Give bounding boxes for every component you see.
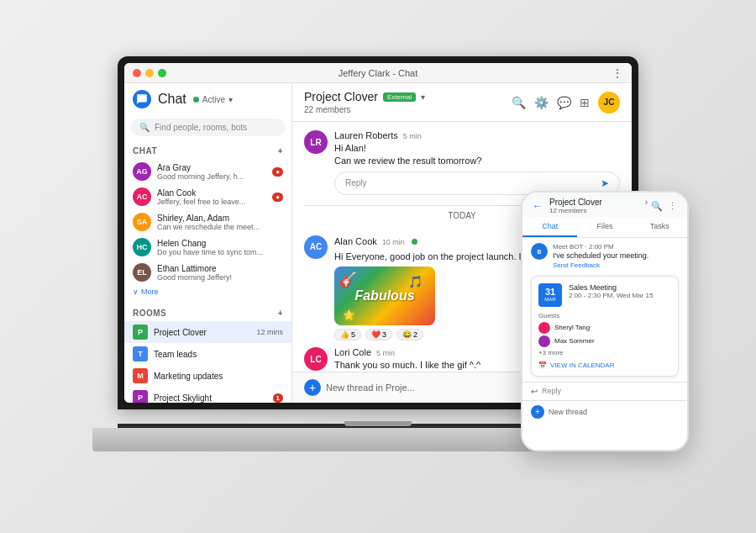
calendar-header: 31 MAR Sales Meeting 2:00 - 2:30 PM, Wed… bbox=[538, 283, 671, 307]
phone-new-thread-plus[interactable]: + bbox=[531, 405, 544, 419]
phone-bot-avatar: B bbox=[531, 243, 548, 260]
chat-item-preview-3: Do you have time to sync tom... bbox=[157, 248, 283, 256]
phone-new-thread-label: New thread bbox=[549, 408, 587, 416]
traffic-light-green[interactable] bbox=[158, 69, 166, 77]
guest-avatar-1 bbox=[538, 335, 550, 347]
guests-label: Guests bbox=[538, 312, 671, 319]
phone-tab-chat[interactable]: Chat bbox=[522, 217, 577, 237]
reaction-2[interactable]: 😂 2 bbox=[396, 329, 423, 340]
phone-tab-files[interactable]: Files bbox=[577, 217, 632, 237]
chat-more-link[interactable]: ∨ More bbox=[124, 285, 291, 298]
chat-icon-header[interactable]: 💬 bbox=[557, 96, 571, 109]
gif-image: 🎸 🎵 🌟 Fabulous bbox=[334, 266, 435, 325]
phone-more-icon[interactable]: ⋮ bbox=[668, 201, 677, 212]
chat-item-2[interactable]: SA Shirley, Alan, Adam Can we reschedule… bbox=[124, 209, 291, 235]
phone-statusbar: ← Project Clover › 12 members 🔍 ⋮ bbox=[522, 193, 687, 217]
chat-item-name-3: Helen Chang bbox=[157, 239, 283, 248]
online-status-1 bbox=[412, 239, 417, 245]
chat-app-title: Chat bbox=[158, 92, 186, 107]
phone-tab-tasks[interactable]: Tasks bbox=[633, 217, 687, 237]
chat-item-name-0: Ara Gray bbox=[157, 163, 266, 172]
reaction-1[interactable]: ❤️ 3 bbox=[365, 329, 392, 340]
guest-row-0: Sheryl Tang bbox=[538, 322, 671, 334]
phone-title-row: Project Clover › bbox=[549, 198, 648, 207]
unread-badge-1: ● bbox=[272, 193, 283, 202]
phone-tabs: Chat Files Tasks bbox=[522, 217, 687, 238]
phone-bot-content: Meet BOT · 2:00 PM I've scheduled your m… bbox=[553, 243, 648, 269]
search-icon: 🔍 bbox=[139, 123, 150, 132]
traffic-light-red[interactable] bbox=[133, 69, 141, 77]
guest-name-0: Sheryl Tang bbox=[554, 324, 590, 331]
status-badge[interactable]: Active ▾ bbox=[193, 95, 233, 104]
msg-text-0: Hi Alan!Can we review the result tomorro… bbox=[334, 142, 620, 168]
chat-item-0[interactable]: AG Ara Gray Good morning Jeffery, h... ● bbox=[124, 159, 291, 184]
phone-new-thread[interactable]: + New thread bbox=[522, 400, 687, 423]
phone-tab-files-label: Files bbox=[596, 222, 612, 230]
window-menu-dots[interactable]: ⋮ bbox=[612, 66, 623, 80]
phone-back-icon[interactable]: ← bbox=[533, 200, 543, 212]
cal-time: 2:00 - 2:30 PM, Wed Mar 15 bbox=[569, 292, 653, 299]
cal-month: MAR bbox=[544, 297, 555, 302]
search-placeholder: Find people, rooms, bots bbox=[155, 123, 247, 132]
phone-bot-msg: B Meet BOT · 2:00 PM I've scheduled your… bbox=[531, 243, 679, 269]
day-divider-text: TODAY bbox=[448, 211, 476, 220]
room-name-0: Project Clover bbox=[154, 328, 250, 337]
chat-item-content-1: Alan Cook Jeffery, feel free to leave... bbox=[157, 188, 266, 206]
search-icon-header[interactable]: 🔍 bbox=[512, 96, 526, 109]
chat-section-label: CHAT bbox=[133, 146, 157, 156]
grid-icon-header[interactable]: ⊞ bbox=[580, 96, 590, 109]
room-info: Project Clover External ▾ 22 members bbox=[304, 90, 425, 114]
rooms-add-btn[interactable]: + bbox=[278, 309, 283, 318]
view-cal-btn[interactable]: 📅 VIEW IN CALENDAR bbox=[538, 361, 671, 369]
msg-header-0: Lauren Roberts 5 min bbox=[334, 130, 620, 140]
new-thread-plus-btn[interactable]: + bbox=[304, 379, 321, 396]
chat-item-preview-0: Good morning Jeffery, h... bbox=[157, 172, 266, 181]
room-time-0: 12 mins bbox=[256, 328, 283, 336]
phone-room-arrow: › bbox=[645, 198, 648, 207]
msg-avatar-1: AC bbox=[304, 235, 328, 259]
phone-calendar-card: 31 MAR Sales Meeting 2:00 - 2:30 PM, Wed… bbox=[531, 276, 679, 377]
header-actions: 🔍 ⚙️ 💬 ⊞ JC bbox=[512, 92, 620, 113]
chat-more-label: More bbox=[141, 288, 159, 296]
calendar-date-box: 31 MAR bbox=[538, 283, 562, 307]
search-bar[interactable]: 🔍 Find people, rooms, bots bbox=[131, 119, 285, 136]
chat-add-btn[interactable]: + bbox=[278, 146, 283, 156]
chat-item-preview-2: Can we reschedule the meet... bbox=[157, 223, 283, 231]
room-item-1[interactable]: T Team leads bbox=[124, 343, 291, 365]
room-item-0[interactable]: P Project Clover 12 mins bbox=[124, 321, 291, 343]
chat-item-content-3: Helen Chang Do you have time to sync tom… bbox=[157, 239, 283, 256]
settings-icon-header[interactable]: ⚙️ bbox=[534, 96, 549, 109]
reaction-count-2: 2 bbox=[413, 330, 417, 339]
traffic-light-yellow[interactable] bbox=[145, 69, 154, 77]
calendar-icon: 📅 bbox=[538, 361, 547, 369]
chat-item-content-2: Shirley, Alan, Adam Can we reschedule th… bbox=[157, 214, 283, 231]
phone-room-info: Project Clover › 12 members bbox=[546, 198, 648, 214]
external-badge: External bbox=[383, 92, 416, 102]
chat-section: CHAT + AG Ara Gray Good morning Jeffery,… bbox=[124, 140, 291, 302]
phone: ← Project Clover › 12 members 🔍 ⋮ Chat F… bbox=[521, 191, 689, 451]
avatar-helen-chang: HC bbox=[133, 238, 151, 256]
chat-item-1[interactable]: AC Alan Cook Jeffery, feel free to leave… bbox=[124, 184, 291, 209]
chat-item-4[interactable]: EL Ethan Lattimore Good morning Jeffery! bbox=[124, 260, 291, 285]
user-avatar[interactable]: JC bbox=[598, 92, 620, 113]
guest-row-1: Max Sommer bbox=[538, 335, 671, 347]
rooms-section-header: ROOMS + bbox=[124, 305, 291, 321]
room-item-2[interactable]: M Marketing updates bbox=[124, 365, 291, 387]
phone-bot-link[interactable]: Send Feedback bbox=[553, 261, 648, 269]
phone-room-title: Project Clover bbox=[549, 198, 643, 207]
unread-badge-0: ● bbox=[272, 167, 283, 177]
msg-avatar-2: LC bbox=[304, 347, 328, 371]
members-count: 22 members bbox=[304, 105, 425, 114]
room-title-row: Project Clover External ▾ bbox=[304, 90, 425, 103]
phone-search-icon[interactable]: 🔍 bbox=[651, 201, 663, 212]
rooms-section-label: ROOMS bbox=[133, 309, 166, 318]
phone-reply-bar[interactable]: ↩ Reply bbox=[522, 382, 687, 400]
room-settings-arrow[interactable]: ▾ bbox=[421, 92, 425, 102]
msg-time-2: 5 min bbox=[376, 349, 395, 357]
chat-section-header: CHAT + bbox=[124, 143, 291, 159]
window-title: Jeffery Clark - Chat bbox=[339, 68, 418, 78]
chat-item-name-2: Shirley, Alan, Adam bbox=[157, 214, 283, 223]
chat-item-3[interactable]: HC Helen Chang Do you have time to sync … bbox=[124, 235, 291, 260]
reaction-0[interactable]: 👍 5 bbox=[334, 329, 361, 340]
room-item-3[interactable]: P Project Skylight 1 bbox=[124, 387, 291, 403]
